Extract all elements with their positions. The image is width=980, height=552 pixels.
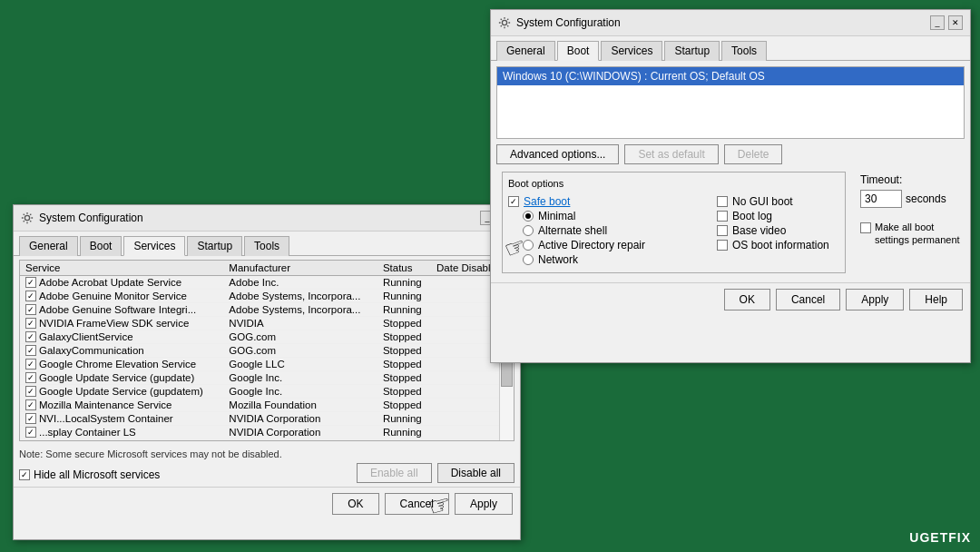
service-checkbox[interactable]: [25, 413, 36, 424]
boot-cancel-button[interactable]: Cancel: [776, 289, 840, 310]
boot-ok-button[interactable]: OK: [724, 289, 770, 310]
tab-services[interactable]: Services: [123, 236, 185, 256]
table-row[interactable]: GalaxyCommunication GOG.com Stopped: [20, 344, 514, 358]
boot-log-label: Boot log: [732, 210, 772, 222]
table-row[interactable]: Google Update Service (gupdatem) Google …: [20, 385, 514, 399]
table-row[interactable]: Google Chrome Elevation Service Google L…: [20, 358, 514, 371]
base-video-checkbox[interactable]: [717, 225, 728, 236]
boot-tab-bar: General Boot Services Startup Tools: [491, 36, 970, 61]
no-gui-boot-checkbox[interactable]: [717, 196, 728, 207]
gear-icon: [21, 212, 34, 224]
service-name-cell: GalaxyClientService: [20, 330, 223, 344]
service-checkbox[interactable]: [25, 277, 36, 288]
minimal-radio[interactable]: [523, 211, 534, 222]
boot-minimize-button[interactable]: _: [930, 15, 945, 30]
service-name-cell: Google Update Service (gupdate): [20, 371, 223, 385]
boot-options-grid: Safe boot Minimal Alternate shell Active…: [508, 194, 839, 267]
table-row[interactable]: ...splay Container LS NVIDIA Corporation…: [20, 426, 514, 439]
table-row[interactable]: Adobe Genuine Software Integri... Adobe …: [20, 303, 514, 317]
services-title-bar[interactable]: System Configuration _ ✕: [14, 205, 520, 232]
service-checkbox[interactable]: [25, 359, 36, 370]
hide-ms-checkbox[interactable]: [19, 469, 30, 480]
table-row[interactable]: GalaxyClientService GOG.com Stopped: [20, 330, 514, 344]
services-table-container: Service Manufacturer Status Date Disable…: [19, 260, 514, 441]
set-default-button[interactable]: Set as default: [624, 144, 718, 164]
tab-startup[interactable]: Startup: [187, 236, 242, 256]
service-manufacturer: GOG.com: [223, 344, 377, 358]
service-name: Google Update Service (gupdatem): [39, 386, 203, 397]
service-name: NVI...LocalSystem Container: [39, 413, 173, 424]
services-window: System Configuration _ ✕ General Boot Se…: [13, 204, 521, 540]
boot-help-button[interactable]: Help: [909, 289, 963, 310]
service-name-cell: ...splay Container LS: [20, 426, 223, 439]
service-status: Stopped: [377, 344, 431, 358]
table-row[interactable]: NVI...LocalSystem Container NVIDIA Corpo…: [20, 412, 514, 426]
timeout-input[interactable]: [860, 190, 902, 208]
services-btn-row: Hide all Microsoft services Enable all D…: [19, 463, 514, 483]
service-checkbox[interactable]: [25, 304, 36, 315]
boot-title-bar[interactable]: System Configuration _ ✕: [491, 10, 970, 36]
safe-boot-row: Safe boot: [508, 194, 708, 209]
boot-log-checkbox[interactable]: [717, 211, 728, 222]
service-status: Stopped: [377, 399, 431, 412]
service-status: Stopped: [377, 330, 431, 344]
service-checkbox[interactable]: [25, 318, 36, 329]
service-manufacturer: NVIDIA Corporation: [223, 412, 377, 426]
advanced-options-button[interactable]: Advanced options...: [496, 144, 619, 164]
minimal-row: Minimal: [508, 209, 708, 223]
service-status: Running: [377, 303, 431, 317]
col-status: Status: [377, 261, 431, 276]
make-all-label: Make all boot settings permanent: [875, 221, 965, 247]
disable-all-button[interactable]: Disable all: [437, 463, 514, 483]
boot-list-item[interactable]: Windows 10 (C:\WINDOWS) : Current OS; De…: [497, 67, 964, 85]
service-checkbox[interactable]: [25, 372, 36, 383]
table-row[interactable]: Adobe Genuine Monitor Service Adobe Syst…: [20, 290, 514, 303]
hide-ms-label: Hide all Microsoft services: [34, 468, 160, 481]
make-all-checkbox[interactable]: [860, 222, 871, 233]
service-name: Google Update Service (gupdate): [39, 372, 194, 383]
boot-tab-startup[interactable]: Startup: [664, 41, 720, 61]
service-name-cell: Adobe Acrobat Update Service: [20, 276, 223, 290]
service-checkbox[interactable]: [25, 345, 36, 356]
os-boot-info-checkbox[interactable]: [717, 240, 728, 251]
service-checkbox[interactable]: [25, 386, 36, 397]
hide-ms-row: Hide all Microsoft services: [19, 468, 160, 481]
tab-general[interactable]: General: [19, 236, 78, 256]
service-checkbox[interactable]: [25, 331, 36, 342]
delete-button[interactable]: Delete: [724, 144, 783, 164]
service-checkbox[interactable]: [25, 291, 36, 301]
tab-boot[interactable]: Boot: [80, 236, 122, 256]
boot-opts-left: Safe boot Minimal Alternate shell Active…: [508, 194, 708, 267]
os-boot-info-row: OS boot information: [717, 238, 839, 252]
boot-apply-button[interactable]: Apply: [846, 289, 904, 310]
services-apply-button[interactable]: Apply: [455, 493, 513, 515]
services-ok-button[interactable]: OK: [332, 493, 378, 515]
table-row[interactable]: Adobe Acrobat Update Service Adobe Inc. …: [20, 276, 514, 290]
service-manufacturer: Google Inc.: [223, 385, 377, 399]
boot-opts-right: No GUI boot Boot log Base video OS boot …: [717, 194, 839, 267]
tab-tools[interactable]: Tools: [244, 236, 289, 256]
ad-repair-radio[interactable]: [523, 240, 534, 251]
table-row[interactable]: Google Update Service (gupdate) Google I…: [20, 371, 514, 385]
boot-tab-tools[interactable]: Tools: [721, 41, 767, 61]
boot-title-controls: _ ✕: [930, 15, 963, 30]
base-video-label: Base video: [732, 224, 786, 237]
safe-boot-checkbox[interactable]: [508, 196, 519, 207]
alternate-shell-radio[interactable]: [523, 225, 534, 236]
service-name-cell: Google Update Service (gupdatem): [20, 385, 223, 399]
service-name-cell: Adobe Genuine Software Integri...: [20, 303, 223, 317]
service-name: Mozilla Maintenance Service: [39, 399, 172, 410]
service-name: GalaxyCommunication: [39, 345, 144, 356]
table-row[interactable]: NVIDIA FrameView SDK service NVIDIA Stop…: [20, 317, 514, 330]
boot-tab-general[interactable]: General: [496, 41, 555, 61]
services-cancel-button[interactable]: Cancel: [385, 493, 449, 515]
network-radio[interactable]: [523, 254, 534, 265]
boot-tab-services[interactable]: Services: [601, 41, 662, 61]
service-checkbox[interactable]: [25, 427, 36, 438]
enable-all-button[interactable]: Enable all: [357, 463, 432, 483]
table-row[interactable]: Mozilla Maintenance Service Mozilla Foun…: [20, 399, 514, 412]
service-checkbox[interactable]: [25, 399, 36, 410]
boot-tab-boot[interactable]: Boot: [557, 41, 600, 61]
no-gui-boot-row: No GUI boot: [717, 194, 839, 209]
boot-close-button[interactable]: ✕: [948, 15, 963, 30]
